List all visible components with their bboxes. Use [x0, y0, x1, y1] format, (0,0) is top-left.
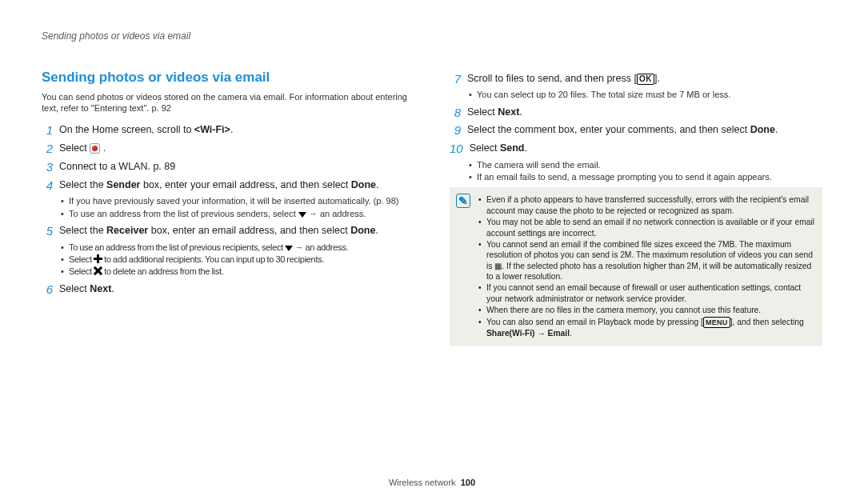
note-box: ✎ Even if a photo appears to have transf… [450, 187, 822, 346]
section-heading: Sending photos or videos via email [42, 69, 414, 86]
step-number: 1 [42, 123, 53, 138]
manual-page: Sending photos or videos via email Sendi… [0, 0, 864, 504]
menu-button-icon: MENU [703, 317, 730, 328]
step-number: 4 [42, 178, 53, 194]
step-text: On the Home screen, scroll to <Wi-Fi>. [59, 123, 414, 138]
bullet: The camera will send the email. [469, 159, 822, 170]
step-text: Select . [59, 142, 414, 157]
step-text: Select the Receiver box, enter an email … [59, 224, 414, 239]
step-text: Select Next. [467, 106, 822, 121]
note-item: You can also send an email in Playback m… [478, 317, 814, 338]
note-item: You may not be able to send an email if … [478, 217, 814, 238]
bullet: If you have previously saved your inform… [61, 195, 414, 206]
step-number: 3 [42, 160, 53, 175]
ok-button-icon: OK [637, 74, 654, 85]
bullet: To use an address from the list of previ… [61, 208, 414, 219]
left-column: Sending photos or videos via email You c… [42, 69, 414, 470]
step-9: 9 Select the comment box, enter your com… [450, 123, 822, 138]
step-4: 4 Select the Sender box, enter your emai… [42, 178, 414, 194]
right-column: 7 Scroll to files to send, and then pres… [450, 69, 822, 470]
down-arrow-icon [298, 212, 306, 218]
step-number: 8 [450, 106, 461, 121]
step-4-sublist: If you have previously saved your inform… [42, 195, 414, 219]
step-text: Scroll to files to send, and then press … [467, 72, 822, 87]
video-res-icon: ▦ [494, 261, 502, 271]
step-6: 6 Select Next. [42, 282, 414, 298]
step-10-sublist: The camera will send the email. If an em… [450, 159, 822, 183]
plus-icon [94, 254, 102, 263]
bullet: Select to delete an address from the lis… [61, 266, 414, 277]
step-number: 10 [450, 142, 463, 157]
step-text: Select the Sender box, enter your email … [59, 178, 414, 194]
step-text: Connect to a WLAN. p. 89 [59, 160, 414, 175]
note-icon: ✎ [456, 194, 470, 208]
step-number: 5 [42, 224, 53, 239]
note-item: You cannot send an email if the combined… [478, 239, 814, 282]
step-number: 7 [450, 72, 461, 87]
bullet: You can select up to 20 files. The total… [469, 89, 822, 100]
page-number: 100 [461, 478, 475, 487]
step-8: 8 Select Next. [450, 106, 822, 121]
step-number: 9 [450, 123, 461, 138]
note-item: Even if a photo appears to have transfer… [478, 194, 814, 216]
page-footer: Wireless network 100 [42, 470, 822, 488]
step-7-sublist: You can select up to 20 files. The total… [450, 89, 822, 100]
step-5: 5 Select the Receiver box, enter an emai… [42, 224, 414, 239]
step-5-sublist: To use an address from the list of previ… [42, 242, 414, 278]
step-2: 2 Select . [42, 142, 414, 157]
step-1: 1 On the Home screen, scroll to <Wi-Fi>. [42, 123, 414, 138]
running-head: Sending photos or videos via email [42, 30, 822, 43]
step-7: 7 Scroll to files to send, and then pres… [450, 72, 822, 87]
step-text: Select Send. [470, 142, 822, 157]
step-text: Select Next. [59, 282, 414, 298]
two-column-layout: Sending photos or videos via email You c… [42, 69, 822, 470]
down-arrow-icon [285, 246, 293, 251]
x-icon [94, 266, 102, 275]
footer-label: Wireless network [389, 478, 456, 487]
email-app-icon [90, 143, 100, 154]
step-3: 3 Connect to a WLAN. p. 89 [42, 160, 414, 175]
note-item: When there are no files in the camera me… [478, 305, 814, 315]
note-item: If you cannot send an email because of f… [478, 282, 814, 304]
bullet: Select to add additional recipients. You… [61, 254, 414, 265]
section-intro: You can send photos or videos stored on … [42, 91, 414, 114]
bullet: To use an address from the list of previ… [61, 242, 414, 253]
step-10: 10 Select Send. [450, 142, 822, 157]
step-text: Select the comment box, enter your comme… [467, 123, 822, 138]
bullet: If an email fails to send, a message pro… [469, 171, 822, 182]
note-list: Even if a photo appears to have transfer… [478, 194, 814, 338]
step-number: 2 [42, 142, 53, 157]
step-number: 6 [42, 282, 53, 298]
